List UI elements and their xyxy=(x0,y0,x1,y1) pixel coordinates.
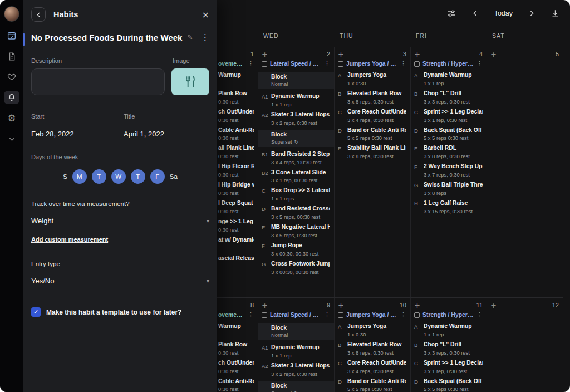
download-icon[interactable] xyxy=(551,9,560,18)
gear-icon[interactable]: ⚙ xyxy=(4,111,19,125)
exercise-row[interactable]: FJump Rope3 x 00:30, 00:30 rest xyxy=(262,242,330,257)
block-row[interactable]: BlockSuperset↻ xyxy=(258,130,334,147)
bell-nav-icon[interactable] xyxy=(4,91,19,104)
exercise-row[interactable]: EBarbell RDL3 x 8 reps, 0:30 rest xyxy=(414,145,483,159)
user-avatar[interactable] xyxy=(4,6,19,22)
end-date-value[interactable]: April 1, 2022 xyxy=(124,130,164,138)
calendar-day-cell[interactable]: +5 xyxy=(487,47,563,297)
exercise-row[interactable]: CCore Reach Out/Under3 x 4 reps, 0:30 re… xyxy=(338,360,406,374)
day-of-week-S[interactable]: S xyxy=(63,169,67,184)
workout-title[interactable]: Strength / Hypertro... xyxy=(422,61,474,67)
measurement-select[interactable]: Weight ▾ xyxy=(31,217,209,225)
day-of-week-M[interactable]: M xyxy=(72,169,87,184)
calendar-day-cell[interactable]: +3Jumpers Yoga / Core⋮AJumpers Yoga1 x 0… xyxy=(335,47,411,297)
prev-week-button[interactable] xyxy=(471,9,480,18)
exercise-row[interactable]: BElevated Plank Row3 x 8 reps, 0:30 rest xyxy=(338,90,406,105)
today-button[interactable]: Today xyxy=(494,9,513,17)
exercise-row[interactable]: DBack Squat (Back Off Set)5 x 5 reps 0:3… xyxy=(414,127,483,141)
exercise-row[interactable]: GSwiss Ball Triple Threat3 x 8 reps xyxy=(414,182,483,196)
workout-checkbox[interactable] xyxy=(338,61,343,67)
workout-menu-kebab-icon[interactable]: ⋮ xyxy=(248,60,254,67)
exercise-row[interactable]: A1Dynamic Warmup1 x 1 rep xyxy=(262,344,330,359)
chevron-down-icon[interactable] xyxy=(4,132,19,145)
calendar-nav-icon[interactable] xyxy=(4,29,19,42)
next-week-button[interactable] xyxy=(527,9,536,18)
exercise-row[interactable]: AJumpers Yoga1 x 0:30 xyxy=(338,72,406,86)
exercise-row[interactable]: F2 Way Bench Step Up3 x 7 reps, 0:30 res… xyxy=(414,163,483,178)
exercise-row[interactable]: DBand or Cable Anti Rotati...5 x 5 reps … xyxy=(338,127,406,141)
exercise-row[interactable]: BElevated Plank Row3 x 8 reps, 0:30 rest xyxy=(338,341,406,356)
workout-title[interactable]: ovement Q... xyxy=(218,61,245,67)
block-row[interactable]: BlockNormal xyxy=(258,323,334,340)
exercise-row[interactable]: A1Dynamic Warmup1 x 1 rep xyxy=(262,93,330,107)
block-row[interactable]: BlockSuperset↻ xyxy=(258,381,334,392)
day-of-week-T[interactable]: T xyxy=(92,169,106,184)
workout-menu-kebab-icon[interactable]: ⋮ xyxy=(248,311,254,318)
workout-checkbox[interactable] xyxy=(262,61,267,67)
exercise-row[interactable]: CCore Reach Out/Under3 x 4 reps, 0:30 re… xyxy=(338,109,406,123)
exercise-row[interactable]: DBack Squat (Back Off Set)5 x 5 reps 0:3… xyxy=(414,378,483,392)
calendar-day-cell[interactable]: +4Strength / Hypertro...⋮ADynamic Warmup… xyxy=(411,47,487,297)
add-event-icon[interactable]: + xyxy=(262,51,268,58)
workout-menu-kebab-icon[interactable]: ⋮ xyxy=(324,60,330,67)
add-event-icon[interactable]: + xyxy=(490,51,497,58)
block-row[interactable]: BlockNormal xyxy=(258,72,334,89)
calendar-day-cell[interactable]: +9Lateral Speed / Plyo⋮BlockNormalA1Dyna… xyxy=(258,298,335,392)
exercise-row[interactable]: EStability Ball Plank Linear ...3 x 8 re… xyxy=(338,145,406,159)
day-of-week-F[interactable]: F xyxy=(150,169,165,184)
calendar-day-cell[interactable]: +2Lateral Speed / Plyo⋮BlockNormalA1Dyna… xyxy=(258,47,335,297)
document-nav-icon[interactable] xyxy=(4,50,19,63)
day-of-week-Sa[interactable]: Sa xyxy=(170,169,178,184)
workout-title[interactable]: Lateral Speed / Plyo xyxy=(270,312,321,318)
workout-menu-kebab-icon[interactable]: ⋮ xyxy=(476,311,483,318)
workout-menu-kebab-icon[interactable]: ⋮ xyxy=(476,60,483,67)
calendar-day-cell[interactable]: +11Strength / Hypertro...⋮ADynamic Warmu… xyxy=(411,298,487,392)
habit-image-tile[interactable] xyxy=(171,68,209,95)
day-of-week-W[interactable]: W xyxy=(111,169,126,184)
exercise-row[interactable]: EMB Negative Lateral Hop...3 x 5 reps, 0… xyxy=(262,224,330,238)
workout-checkbox[interactable] xyxy=(262,312,267,318)
back-button[interactable] xyxy=(31,7,46,22)
exercise-row[interactable]: ADynamic Warmup1 x 1 rep xyxy=(414,323,483,337)
workout-title[interactable]: Lateral Speed / Plyo xyxy=(270,61,321,67)
exercise-row[interactable]: B1Band Resisted 2 Step Late...3 x 4 reps… xyxy=(262,151,330,165)
add-event-icon[interactable]: + xyxy=(338,51,344,58)
workout-checkbox[interactable] xyxy=(338,312,343,318)
calendar-day-cell[interactable]: +12 xyxy=(487,298,563,392)
start-date-value[interactable]: Feb 28, 2022 xyxy=(31,130,124,138)
exercise-row[interactable]: A2Skater 3 Lateral Hops >> ...3 x 2 reps… xyxy=(262,111,330,126)
habit-menu-kebab-icon[interactable]: ⋮ xyxy=(201,32,209,42)
add-event-icon[interactable]: + xyxy=(414,302,420,309)
workout-title[interactable]: Strength / Hypertro... xyxy=(422,312,474,318)
workout-title[interactable]: ovement Q... xyxy=(218,312,245,318)
workout-menu-kebab-icon[interactable]: ⋮ xyxy=(324,311,330,318)
add-custom-measurement-link[interactable]: Add custom measurement xyxy=(31,236,108,243)
exercise-row[interactable]: GCross Footwork Jump Rope3 x 00:30, 00:3… xyxy=(262,261,330,275)
exercise-row[interactable]: H1 Leg Calf Raise3 x 15 reps, 0:30 rest xyxy=(414,200,483,214)
exercise-row[interactable]: CBox Drop >> 3 Lateral H...1 x 1 reps xyxy=(262,187,330,202)
workout-menu-kebab-icon[interactable]: ⋮ xyxy=(400,311,406,318)
workout-checkbox[interactable] xyxy=(414,61,420,67)
exercise-row[interactable]: A2Skater 3 Lateral Hops >> ...3 x 2 reps… xyxy=(262,362,330,377)
exercise-row[interactable]: ADynamic Warmup1 x 1 rep xyxy=(414,72,483,86)
exercise-row[interactable]: CSprint >> 1 Leg Declarations3 x 1 rep, … xyxy=(414,360,483,374)
add-event-icon[interactable]: + xyxy=(338,302,344,309)
heart-hands-icon[interactable] xyxy=(4,70,19,84)
add-event-icon[interactable]: + xyxy=(490,302,497,309)
exercise-row[interactable]: DBand or Cable Anti Rotati...5 x 5 reps … xyxy=(338,378,406,392)
exercise-row[interactable]: B23 Cone Lateral Slide3 x 1 rep, 00:30 r… xyxy=(262,169,330,184)
filter-sliders-icon[interactable] xyxy=(446,8,456,18)
entry-type-select[interactable]: Yes/No ▾ xyxy=(31,277,209,285)
calendar-day-cell[interactable]: +10Jumpers Yoga / Core⋮AJumpers Yoga1 x … xyxy=(335,298,411,392)
exercise-row[interactable]: BChop "L" Drill3 x 3 reps, 0:30 rest xyxy=(414,90,483,105)
exercise-row[interactable]: DBand Resisted Crossover...3 x 5 reps, 0… xyxy=(262,205,330,220)
description-input[interactable] xyxy=(31,68,165,95)
exercise-row[interactable]: CSprint >> 1 Leg Declarations3 x 1 rep, … xyxy=(414,109,483,123)
workout-checkbox[interactable] xyxy=(414,312,420,318)
close-icon[interactable]: × xyxy=(202,9,209,20)
workout-title[interactable]: Jumpers Yoga / Core xyxy=(346,61,397,67)
edit-pencil-icon[interactable]: ✎ xyxy=(187,33,193,41)
template-checkbox[interactable]: ✓ xyxy=(31,307,41,317)
add-event-icon[interactable]: + xyxy=(262,302,268,309)
workout-title[interactable]: Jumpers Yoga / Core xyxy=(346,312,397,318)
